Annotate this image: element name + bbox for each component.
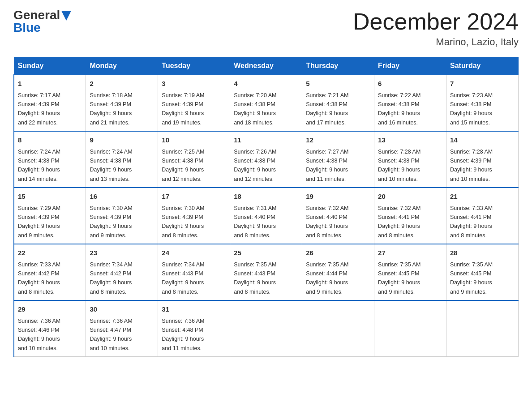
day-number: 8: [18, 135, 82, 146]
table-row: 29 Sunrise: 7:36 AMSunset: 4:46 PMDaylig…: [14, 300, 86, 357]
day-number: 27: [378, 248, 442, 258]
table-row: 15 Sunrise: 7:29 AMSunset: 4:39 PMDaylig…: [14, 188, 86, 244]
day-number: 4: [234, 79, 298, 89]
day-number: 18: [234, 192, 298, 202]
day-info: Sunrise: 7:20 AMSunset: 4:38 PMDaylight:…: [234, 92, 276, 126]
table-row: 16 Sunrise: 7:30 AMSunset: 4:39 PMDaylig…: [86, 188, 158, 244]
day-info: Sunrise: 7:29 AMSunset: 4:39 PMDaylight:…: [18, 205, 60, 239]
day-info: Sunrise: 7:18 AMSunset: 4:39 PMDaylight:…: [90, 92, 132, 126]
table-row: 19 Sunrise: 7:32 AMSunset: 4:40 PMDaylig…: [302, 188, 374, 244]
table-row: 3 Sunrise: 7:19 AMSunset: 4:39 PMDayligh…: [158, 75, 230, 131]
day-number: 21: [450, 192, 515, 202]
day-info: Sunrise: 7:32 AMSunset: 4:41 PMDaylight:…: [378, 205, 420, 239]
table-row: 28 Sunrise: 7:35 AMSunset: 4:45 PMDaylig…: [446, 244, 519, 300]
day-number: 13: [378, 135, 442, 146]
day-info: Sunrise: 7:35 AMSunset: 4:45 PMDaylight:…: [450, 261, 493, 295]
day-info: Sunrise: 7:24 AMSunset: 4:38 PMDaylight:…: [18, 149, 60, 182]
table-row: [230, 300, 302, 357]
logo-blue-text: Blue: [13, 21, 41, 34]
table-row: 6 Sunrise: 7:22 AMSunset: 4:38 PMDayligh…: [374, 75, 446, 131]
location: Marino, Lazio, Italy: [353, 36, 519, 48]
day-info: Sunrise: 7:35 AMSunset: 4:44 PMDaylight:…: [306, 261, 348, 295]
day-number: 6: [378, 79, 442, 89]
col-saturday: Saturday: [446, 57, 519, 75]
header: General Blue December 2024 Marino, Lazio…: [13, 9, 519, 48]
day-info: Sunrise: 7:17 AMSunset: 4:39 PMDaylight:…: [18, 92, 60, 126]
day-info: Sunrise: 7:32 AMSunset: 4:40 PMDaylight:…: [306, 205, 348, 239]
table-row: [302, 300, 374, 357]
col-wednesday: Wednesday: [230, 57, 302, 75]
day-info: Sunrise: 7:34 AMSunset: 4:42 PMDaylight:…: [90, 261, 132, 295]
day-info: Sunrise: 7:28 AMSunset: 4:38 PMDaylight:…: [378, 149, 420, 182]
table-row: 5 Sunrise: 7:21 AMSunset: 4:38 PMDayligh…: [302, 75, 374, 131]
logo-general-text: General: [13, 9, 60, 21]
table-row: 14 Sunrise: 7:28 AMSunset: 4:39 PMDaylig…: [446, 131, 519, 188]
week-row-2: 15 Sunrise: 7:29 AMSunset: 4:39 PMDaylig…: [14, 188, 519, 244]
table-row: 13 Sunrise: 7:28 AMSunset: 4:38 PMDaylig…: [374, 131, 446, 188]
col-sunday: Sunday: [14, 57, 86, 75]
day-info: Sunrise: 7:35 AMSunset: 4:45 PMDaylight:…: [378, 261, 420, 295]
day-info: Sunrise: 7:36 AMSunset: 4:48 PMDaylight:…: [162, 318, 204, 351]
day-info: Sunrise: 7:36 AMSunset: 4:46 PMDaylight:…: [18, 318, 60, 351]
col-monday: Monday: [86, 57, 158, 75]
week-row-4: 29 Sunrise: 7:36 AMSunset: 4:46 PMDaylig…: [14, 300, 519, 357]
table-row: 25 Sunrise: 7:35 AMSunset: 4:43 PMDaylig…: [230, 244, 302, 300]
month-title: December 2024: [353, 9, 519, 34]
day-number: 10: [162, 135, 226, 146]
table-row: 9 Sunrise: 7:24 AMSunset: 4:38 PMDayligh…: [86, 131, 158, 188]
week-row-3: 22 Sunrise: 7:33 AMSunset: 4:42 PMDaylig…: [14, 244, 519, 300]
day-number: 3: [162, 79, 226, 89]
table-row: 22 Sunrise: 7:33 AMSunset: 4:42 PMDaylig…: [14, 244, 86, 300]
day-number: 15: [18, 192, 82, 202]
day-number: 22: [18, 248, 82, 258]
day-number: 12: [306, 135, 370, 146]
table-row: 24 Sunrise: 7:34 AMSunset: 4:43 PMDaylig…: [158, 244, 230, 300]
day-number: 11: [234, 135, 298, 146]
day-info: Sunrise: 7:25 AMSunset: 4:38 PMDaylight:…: [162, 149, 204, 182]
day-info: Sunrise: 7:33 AMSunset: 4:41 PMDaylight:…: [450, 205, 493, 239]
day-info: Sunrise: 7:30 AMSunset: 4:39 PMDaylight:…: [90, 205, 132, 239]
table-row: 18 Sunrise: 7:31 AMSunset: 4:40 PMDaylig…: [230, 188, 302, 244]
day-info: Sunrise: 7:27 AMSunset: 4:38 PMDaylight:…: [306, 149, 348, 182]
week-row-0: 1 Sunrise: 7:17 AMSunset: 4:39 PMDayligh…: [14, 75, 519, 131]
day-info: Sunrise: 7:30 AMSunset: 4:39 PMDaylight:…: [162, 205, 204, 239]
table-row: 8 Sunrise: 7:24 AMSunset: 4:38 PMDayligh…: [14, 131, 86, 188]
day-number: 28: [450, 248, 515, 258]
day-number: 20: [378, 192, 442, 202]
table-row: 26 Sunrise: 7:35 AMSunset: 4:44 PMDaylig…: [302, 244, 374, 300]
day-info: Sunrise: 7:36 AMSunset: 4:47 PMDaylight:…: [90, 318, 132, 351]
week-row-1: 8 Sunrise: 7:24 AMSunset: 4:38 PMDayligh…: [14, 131, 519, 188]
table-row: 12 Sunrise: 7:27 AMSunset: 4:38 PMDaylig…: [302, 131, 374, 188]
col-friday: Friday: [374, 57, 446, 75]
day-info: Sunrise: 7:34 AMSunset: 4:43 PMDaylight:…: [162, 261, 204, 295]
table-row: [374, 300, 446, 357]
logo: General Blue: [13, 9, 71, 34]
day-number: 14: [450, 135, 515, 146]
day-info: Sunrise: 7:28 AMSunset: 4:39 PMDaylight:…: [450, 149, 493, 182]
table-row: 2 Sunrise: 7:18 AMSunset: 4:39 PMDayligh…: [86, 75, 158, 131]
col-thursday: Thursday: [302, 57, 374, 75]
table-row: 17 Sunrise: 7:30 AMSunset: 4:39 PMDaylig…: [158, 188, 230, 244]
day-number: 7: [450, 79, 515, 89]
title-section: December 2024 Marino, Lazio, Italy: [353, 9, 519, 48]
table-row: 23 Sunrise: 7:34 AMSunset: 4:42 PMDaylig…: [86, 244, 158, 300]
day-info: Sunrise: 7:19 AMSunset: 4:39 PMDaylight:…: [162, 92, 204, 126]
col-tuesday: Tuesday: [158, 57, 230, 75]
day-number: 1: [18, 79, 82, 89]
day-number: 25: [234, 248, 298, 258]
table-row: 4 Sunrise: 7:20 AMSunset: 4:38 PMDayligh…: [230, 75, 302, 131]
table-row: 1 Sunrise: 7:17 AMSunset: 4:39 PMDayligh…: [14, 75, 86, 131]
day-info: Sunrise: 7:33 AMSunset: 4:42 PMDaylight:…: [18, 261, 60, 295]
day-number: 17: [162, 192, 226, 202]
table-row: 10 Sunrise: 7:25 AMSunset: 4:38 PMDaylig…: [158, 131, 230, 188]
day-number: 16: [90, 192, 154, 202]
day-number: 9: [90, 135, 154, 146]
day-info: Sunrise: 7:21 AMSunset: 4:38 PMDaylight:…: [306, 92, 348, 126]
day-info: Sunrise: 7:26 AMSunset: 4:38 PMDaylight:…: [234, 149, 276, 182]
day-number: 31: [162, 304, 226, 315]
day-info: Sunrise: 7:31 AMSunset: 4:40 PMDaylight:…: [234, 205, 276, 239]
table-row: 21 Sunrise: 7:33 AMSunset: 4:41 PMDaylig…: [446, 188, 519, 244]
day-number: 24: [162, 248, 226, 258]
table-row: 31 Sunrise: 7:36 AMSunset: 4:48 PMDaylig…: [158, 300, 230, 357]
day-number: 19: [306, 192, 370, 202]
